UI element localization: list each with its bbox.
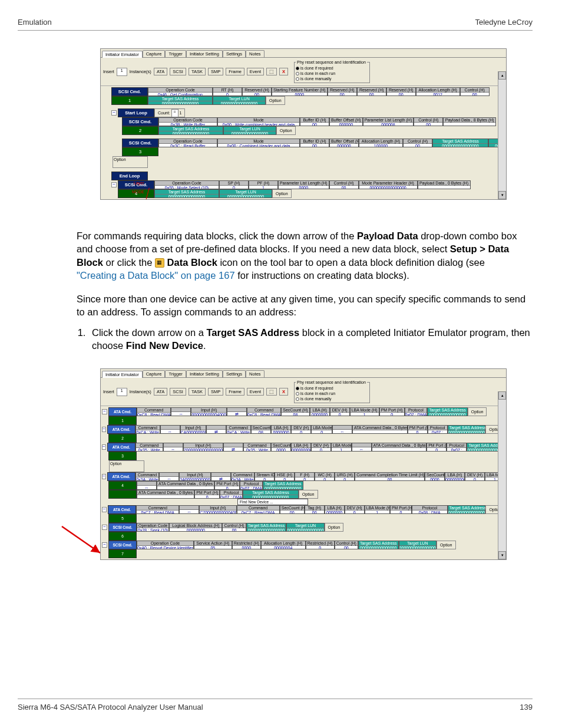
collapse-icon[interactable]: − bbox=[102, 542, 107, 548]
field: SecCount (H)0000 bbox=[425, 472, 445, 481]
field: Protocol0x07 : DMA bbox=[220, 490, 243, 499]
smp-button[interactable]: SMP bbox=[208, 68, 223, 75]
field: ↔ bbox=[179, 505, 199, 514]
frame-button[interactable]: Frame bbox=[226, 388, 244, 396]
frame-button[interactable]: Frame bbox=[226, 68, 244, 75]
phy-radio-manual[interactable]: is done manually bbox=[296, 76, 367, 81]
close-button[interactable]: X bbox=[279, 68, 288, 75]
field: DEV (H)0 bbox=[345, 505, 365, 514]
collapse-icon[interactable]: − bbox=[102, 444, 106, 450]
row-index-2: 2 bbox=[122, 126, 158, 135]
cmd-label: ATA Cmd. bbox=[107, 472, 135, 481]
svg-line-0 bbox=[62, 526, 100, 553]
field: Allocation Length (H)00000004 bbox=[261, 541, 306, 549]
scroll-down-icon[interactable]: ▾ bbox=[498, 191, 506, 199]
field: URG (H)0 bbox=[335, 472, 355, 481]
scroll-down-icon[interactable]: ▾ bbox=[498, 551, 506, 559]
page-footer: Sierra M6-4 SAS/SATA Protocol Analyzer U… bbox=[18, 699, 533, 711]
option-button[interactable]: Option bbox=[325, 523, 344, 532]
phy-radio-each-run[interactable]: is done in each run bbox=[296, 71, 367, 76]
scsi-cmd-label: SCSI Cmd. bbox=[122, 139, 158, 147]
vertical-scrollbar[interactable]: ▴ ▾ bbox=[498, 391, 506, 559]
field: Target LUN0000000000000000 bbox=[286, 523, 324, 532]
field: Target SAS Address0000000000000000 bbox=[263, 481, 303, 490]
phy-radio-required[interactable]: is done if required bbox=[296, 65, 367, 71]
smp-button[interactable]: SMP bbox=[208, 388, 223, 396]
scroll-up-icon[interactable]: ▴ bbox=[498, 391, 506, 400]
field: Logical Block Address (H)00000000 bbox=[169, 523, 222, 532]
task-button[interactable]: TASK bbox=[189, 68, 206, 75]
insert-spinner[interactable]: 1 bbox=[117, 68, 127, 76]
tab-capture[interactable]: Capture bbox=[143, 370, 166, 377]
option-button[interactable]: Option bbox=[272, 189, 292, 198]
grid-row: −ATA Cmd.Command0xC8 : Read DMA↔Input (H… bbox=[102, 407, 505, 416]
tab-trigger[interactable]: Trigger bbox=[165, 370, 186, 377]
header-right: Teledyne LeCroy bbox=[475, 18, 533, 27]
field: LBA Mode (H)1 bbox=[331, 443, 352, 452]
scsi-button[interactable]: SCSI bbox=[170, 388, 186, 396]
creating-data-block-link[interactable]: "Creating a Data Block" on page 167 bbox=[77, 270, 235, 281]
field: ⇌ bbox=[211, 472, 231, 481]
field: Protocol0x07 : DMA bbox=[428, 425, 448, 434]
option-button[interactable]: Option bbox=[276, 126, 296, 135]
row-index: 2 bbox=[108, 434, 137, 443]
tab-notes[interactable]: Notes bbox=[246, 50, 265, 57]
phy-radio-manual[interactable]: is done manually bbox=[296, 396, 367, 401]
collapse-icon[interactable]: − bbox=[102, 474, 106, 479]
task-button[interactable]: TASK bbox=[189, 388, 206, 396]
red-arrow-annotation bbox=[59, 523, 106, 559]
instances-label: Instance(s) bbox=[130, 389, 151, 394]
find-new-device-item[interactable]: Find New Device ... bbox=[237, 499, 308, 505]
close-button[interactable]: X bbox=[279, 388, 288, 396]
collapse-icon[interactable]: − bbox=[102, 427, 106, 432]
tab-notes[interactable]: Notes bbox=[246, 370, 265, 377]
collapse-icon[interactable]: − bbox=[102, 409, 107, 414]
icon-button[interactable]: ⬚ bbox=[266, 388, 277, 396]
field: Input (H)7000000000000000000004000 bbox=[183, 443, 223, 452]
phy-radio-each-run[interactable]: is done in each run bbox=[296, 391, 367, 396]
tab-initiator-setting[interactable]: Initiator Setting bbox=[186, 50, 223, 57]
option-button[interactable]: Option bbox=[266, 96, 285, 105]
option-button[interactable]: Option bbox=[299, 490, 318, 499]
footer-right: 139 bbox=[520, 703, 533, 711]
tab-initiator-emulator[interactable]: Initiator Emulator bbox=[102, 51, 143, 58]
scsi-cmd-label: SCSI Cmd. bbox=[111, 87, 148, 96]
field: Target SAS Address0000000000000000 bbox=[243, 490, 299, 499]
tab-settings[interactable]: Settings bbox=[223, 370, 246, 377]
window-tabs-2: Initiator Emulator Capture Trigger Initi… bbox=[101, 369, 506, 378]
field: Control (H)00 bbox=[335, 541, 358, 549]
ata-button[interactable]: ATA bbox=[154, 68, 167, 75]
tab-trigger[interactable]: Trigger bbox=[165, 50, 186, 57]
event-button[interactable]: Event bbox=[247, 68, 264, 75]
scroll-up-icon[interactable]: ▴ bbox=[498, 71, 506, 80]
field: SecCount (H)00 bbox=[280, 505, 305, 514]
tab-initiator-setting[interactable]: Initiator Setting bbox=[186, 370, 223, 377]
collapse-icon[interactable]: − bbox=[111, 110, 117, 116]
field: Service Action (H)05 bbox=[194, 541, 232, 549]
event-button[interactable]: Event bbox=[247, 388, 264, 396]
icon-button[interactable]: ⬚ bbox=[266, 68, 277, 75]
ata-button[interactable]: ATA bbox=[154, 388, 167, 396]
option-block[interactable]: Option bbox=[113, 156, 148, 168]
field: SecCount (H)08 bbox=[251, 425, 272, 434]
option-block[interactable]: Option bbox=[109, 460, 144, 472]
field: Input (H)C70000000000040008 bbox=[199, 505, 236, 514]
field: Command0xC8 : Read DMA bbox=[137, 407, 171, 416]
vertical-scrollbar[interactable]: ▴ ▾ bbox=[498, 71, 506, 199]
collapse-icon[interactable]: − bbox=[102, 525, 107, 530]
page: Emulation Teledyne LeCroy Initiator Emul… bbox=[0, 0, 562, 728]
option-button[interactable]: Option bbox=[468, 407, 487, 416]
scsi-button[interactable]: SCSI bbox=[170, 68, 186, 75]
field: Restricted (H)0 bbox=[306, 541, 335, 549]
insert-spinner[interactable]: 1 bbox=[117, 388, 127, 396]
grid-row: −SCSI Cmd.Operation Code0xA0 : Report De… bbox=[102, 541, 505, 549]
option-button[interactable]: Option bbox=[437, 541, 456, 549]
tab-settings[interactable]: Settings bbox=[223, 50, 246, 57]
field: Command Completion Time Limit (H)00 bbox=[355, 472, 425, 481]
tab-initiator-emulator[interactable]: Initiator Emulator bbox=[102, 371, 143, 378]
phy-radio-required[interactable]: is done if required bbox=[296, 386, 367, 391]
tab-capture[interactable]: Capture bbox=[143, 50, 166, 57]
collapse-icon[interactable]: − bbox=[111, 182, 117, 187]
field: LBA Mode (H)1 bbox=[350, 407, 379, 416]
collapse-icon[interactable]: − bbox=[102, 507, 107, 512]
